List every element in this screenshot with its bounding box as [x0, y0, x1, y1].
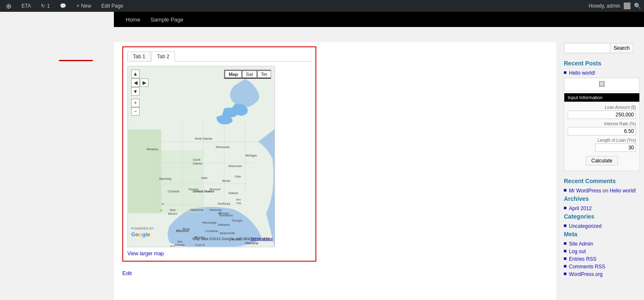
list-item: Mr WordPress on Hello world! — [564, 188, 640, 194]
svg-text:Arkansas: Arkansas — [210, 208, 222, 211]
map-data-text: Map data ©2012 Google, INEGI – — [192, 237, 249, 241]
calc-image-icon: 🖼 — [598, 81, 605, 88]
svg-text:Virgi: Virgi — [236, 202, 241, 204]
comment-post-link[interactable]: Hello world! — [609, 188, 636, 194]
svg-text:Mexico: Mexico — [176, 229, 189, 233]
comment-author-link[interactable]: Mr WordPress — [569, 188, 601, 194]
svg-text:Iowa: Iowa — [201, 176, 207, 179]
adminbar-eta[interactable]: ETA — [19, 0, 33, 12]
meta-log-out-link[interactable]: Log out — [569, 249, 586, 254]
search-widget: Search — [564, 43, 640, 53]
view-larger-map-link[interactable]: View larger map — [127, 251, 311, 257]
bullet-icon — [564, 265, 566, 268]
svg-text:Oklahoma: Oklahoma — [190, 208, 203, 211]
search-input[interactable] — [564, 43, 610, 53]
svg-text:Kansas: Kansas — [189, 188, 199, 191]
main-wrapper: Tab 1 Tab 2 — [0, 39, 644, 300]
bullet-icon — [564, 189, 566, 192]
category-link[interactable]: Uncategorized — [569, 223, 601, 229]
svg-text:Wyoming: Wyoming — [159, 177, 172, 181]
svg-text:San: San — [177, 240, 183, 243]
search-icon[interactable]: 🔍 — [634, 3, 641, 9]
sidebar-right: Search Recent Posts Hello world! 🖼 Input… — [560, 39, 644, 300]
svg-text:Georgia: Georgia — [232, 219, 243, 222]
svg-text:North Dakota: North Dakota — [195, 137, 212, 140]
svg-text:ix: ix — [161, 209, 162, 211]
meta-wordpress-org-link[interactable]: WordPress.org — [569, 271, 603, 277]
map-copyright: ©2012 Google – Havana — [245, 237, 273, 245]
search-button[interactable]: Search — [610, 43, 633, 53]
edit-link[interactable]: Edit — [122, 270, 548, 276]
list-item: Log out — [564, 249, 640, 254]
recent-post-link[interactable]: Hello world! — [569, 70, 595, 76]
update-count: 1 — [47, 3, 50, 9]
sidebar-red-line — [59, 60, 93, 61]
list-item: Uncategorized — [564, 223, 640, 229]
avatar — [624, 3, 631, 9]
map-zoom-in-btn[interactable]: + — [131, 99, 140, 107]
google-logo-text: Google — [131, 231, 154, 238]
map-type-map[interactable]: Map — [224, 70, 242, 78]
meta-entries-rss-link[interactable]: Entries RSS — [569, 256, 596, 262]
calculate-button[interactable]: Calculate — [586, 156, 618, 165]
bullet-icon — [564, 250, 566, 252]
admin-bar: ⊕ ETA ↻ 1 💬 + New Edit Page Howdy, admin… — [0, 0, 644, 12]
svg-text:Minnesota: Minnesota — [216, 146, 229, 149]
meta-site-admin-link[interactable]: Site Admin — [569, 241, 593, 247]
archives-title: Archives — [564, 195, 640, 202]
recent-posts-widget: Recent Posts Hello world! — [564, 60, 640, 76]
svg-text:Louisiana: Louisiana — [205, 230, 218, 232]
howdy-text: Howdy, admin — [589, 3, 620, 9]
loan-amount-label: Loan Amount ($) — [568, 105, 636, 110]
svg-text:Indiana: Indiana — [229, 192, 238, 195]
list-item: WordPress.org — [564, 271, 640, 277]
map-zoom-out-btn[interactable]: − — [131, 107, 140, 116]
loan-length-input[interactable] — [595, 143, 636, 152]
map-type-ter[interactable]: Ter — [257, 70, 271, 78]
archive-link[interactable]: April 2012 — [569, 205, 592, 211]
svg-text:Jacksonville: Jacksonville — [219, 232, 235, 235]
map-down-btn[interactable]: ▼ — [131, 87, 140, 96]
interest-rate-input[interactable] — [568, 127, 636, 135]
list-item: Comments RSS — [564, 264, 640, 270]
loan-amount-input[interactable] — [568, 111, 636, 119]
new-label: New — [81, 3, 91, 9]
adminbar-comments[interactable]: 💬 — [57, 0, 69, 12]
svg-text:Gulf of: Gulf of — [195, 243, 205, 247]
meta-widget: Meta Site Admin Log out Entries RSS Comm… — [564, 231, 640, 277]
map-right-btn[interactable]: ▶ — [140, 78, 148, 87]
adminbar-edit-page[interactable]: Edit Page — [99, 0, 126, 12]
list-item: Site Admin — [564, 241, 640, 247]
nav-item-sample[interactable]: Sample Page — [146, 12, 189, 27]
svg-text:Mexico: Mexico — [168, 212, 177, 215]
havana-text: Havana — [245, 241, 258, 245]
meta-comments-rss-link[interactable]: Comments RSS — [569, 264, 605, 270]
tab-2[interactable]: Tab 2 — [151, 51, 175, 62]
map-left-btn[interactable]: ◀ — [131, 78, 140, 87]
map-type-sat[interactable]: Sat — [242, 70, 257, 78]
tab-1[interactable]: Tab 1 — [127, 51, 151, 61]
list-item: Hello world! — [564, 70, 640, 76]
list-item: April 2012 — [564, 205, 640, 211]
list-item: Entries RSS — [564, 256, 640, 262]
archives-widget: Archives April 2012 — [564, 195, 640, 211]
adminbar-right: Howdy, admin 🔍 — [589, 3, 641, 9]
map-controls: ▲ ◀ ▶ ▼ + − — [131, 70, 148, 116]
svg-text:South: South — [193, 158, 200, 161]
tabs-bar: Tab 1 Tab 2 — [127, 51, 311, 62]
svg-text:Alabama: Alabama — [218, 223, 230, 226]
adminbar-updates[interactable]: ↻ 1 — [38, 0, 52, 12]
adminbar-new[interactable]: + New — [74, 0, 94, 12]
map-up-btn[interactable]: ▲ — [131, 70, 140, 78]
eta-label: ETA — [22, 3, 31, 9]
adminbar-wp-logo[interactable]: ⊕ — [3, 0, 14, 12]
map-container: Montana North Dakota Minnesota South Dak… — [127, 66, 275, 247]
bullet-icon — [564, 242, 566, 245]
categories-title: Categories — [564, 213, 640, 220]
calc-image-area: 🖼 — [564, 78, 639, 91]
bullet-icon — [564, 207, 566, 209]
nav-item-home[interactable]: Home — [121, 12, 146, 27]
svg-text:na: na — [162, 203, 164, 205]
svg-text:Antonio: Antonio — [175, 243, 185, 246]
refresh-icon: ↻ — [41, 3, 45, 9]
